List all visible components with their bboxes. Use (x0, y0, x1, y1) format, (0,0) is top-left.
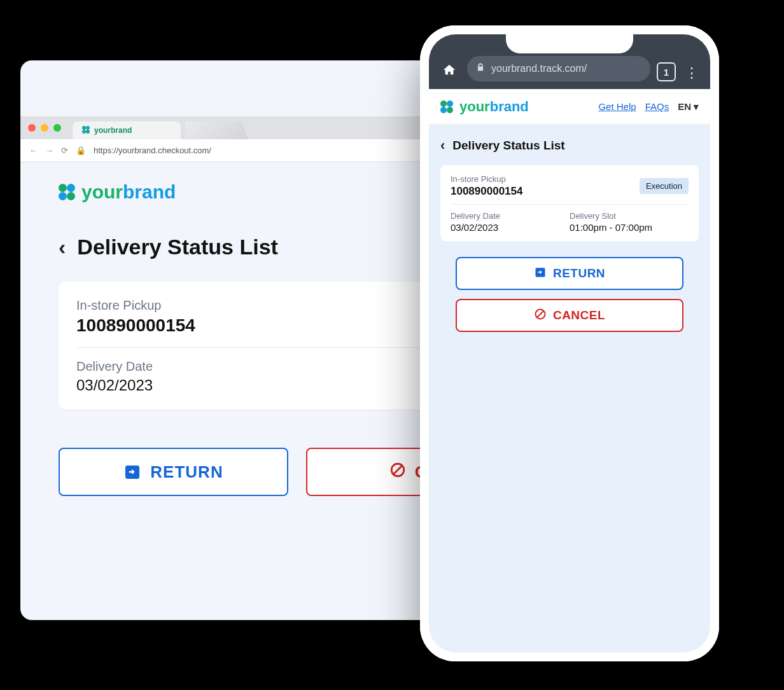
language-label: EN (678, 101, 691, 112)
brand-logo-mobile: yourbrand (440, 99, 529, 115)
cancel-icon (389, 462, 406, 483)
back-chevron-icon[interactable]: ‹ (440, 137, 445, 154)
browser-tab-label: yourbrand (94, 126, 132, 135)
phone-screen: yourbrand.track.com/ 1 ⋮ yourbrand Get H… (429, 34, 710, 652)
svg-point-2 (82, 130, 86, 134)
phone-frame: yourbrand.track.com/ 1 ⋮ yourbrand Get H… (420, 25, 719, 661)
cancel-button-label: CANCEL (553, 308, 605, 322)
status-badge: Execution (640, 178, 689, 194)
mobile-url-text: yourbrand.track.com/ (491, 63, 587, 74)
url-text[interactable]: https://yourbrand.checkout.com/ (94, 146, 211, 155)
pickup-label: In-store Pickup (76, 298, 195, 313)
back-chevron-icon[interactable]: ‹ (59, 235, 66, 259)
order-id: 100890000154 (451, 185, 522, 198)
delivery-date-value: 03/02/2023 (76, 376, 153, 394)
return-button[interactable]: RETURN (59, 448, 288, 496)
svg-line-6 (393, 466, 402, 474)
return-button[interactable]: RETURN (456, 257, 683, 290)
tab-count-button[interactable]: 1 (657, 62, 676, 81)
brand-brand: brand (123, 181, 176, 202)
chevron-down-icon: ▾ (694, 101, 699, 113)
get-help-link[interactable]: Get Help (598, 101, 636, 112)
brand-your: your (459, 99, 490, 114)
tab-favicon (81, 125, 90, 136)
delivery-slot-label: Delivery Slot (570, 211, 689, 221)
calendar-arrow-icon (534, 266, 547, 282)
delivery-date-label: Delivery Date (76, 359, 153, 374)
svg-point-3 (86, 130, 90, 134)
brand-your: your (81, 181, 123, 202)
faqs-link[interactable]: FAQs (645, 101, 669, 112)
language-selector[interactable]: EN ▾ (678, 101, 699, 113)
svg-line-9 (537, 311, 543, 317)
window-traffic-lights (28, 124, 67, 132)
delivery-slot-value: 01:00pm - 07:00pm (570, 222, 689, 233)
maximize-window-dot[interactable] (53, 124, 61, 132)
brand-brand: brand (490, 99, 529, 114)
mobile-url-pill[interactable]: yourbrand.track.com/ (467, 56, 650, 81)
cancel-button[interactable]: CANCEL (456, 299, 683, 332)
mobile-topbar: yourbrand Get Help FAQs EN ▾ (429, 89, 710, 125)
delivery-date-label: Delivery Date (451, 211, 570, 221)
phone-notch (506, 34, 633, 53)
svg-point-1 (86, 126, 90, 130)
nav-reload-icon[interactable]: ⟳ (61, 146, 68, 155)
mobile-action-buttons: RETURN CANCEL (440, 257, 699, 332)
page-title: Delivery Status List (452, 139, 564, 153)
home-icon[interactable] (438, 59, 461, 81)
nav-back-icon[interactable]: ← (29, 146, 38, 155)
lock-icon: 🔒 (76, 146, 86, 155)
delivery-date-value: 03/02/2023 (451, 222, 570, 233)
mobile-page: ‹ Delivery Status List In-store Pickup 1… (429, 125, 710, 345)
pickup-label: In-store Pickup (451, 174, 522, 184)
svg-point-0 (82, 126, 86, 130)
calendar-arrow-icon (123, 463, 141, 481)
cancel-icon (534, 308, 547, 324)
delivery-card: In-store Pickup 100890000154 Execution D… (440, 165, 699, 242)
kebab-menu-icon[interactable]: ⋮ (682, 65, 701, 81)
new-tab-shape (186, 121, 248, 139)
mobile-top-links: Get Help FAQs EN ▾ (598, 101, 699, 113)
lock-icon (476, 63, 485, 74)
nav-forward-icon[interactable]: → (45, 146, 53, 155)
close-window-dot[interactable] (28, 124, 36, 132)
return-button-label: RETURN (553, 266, 605, 280)
minimize-window-dot[interactable] (41, 124, 48, 132)
mobile-title-row: ‹ Delivery Status List (440, 137, 699, 154)
return-button-label: RETURN (150, 462, 223, 482)
page-title: Delivery Status List (77, 235, 278, 259)
order-id: 100890000154 (76, 315, 195, 336)
browser-tab[interactable]: yourbrand (73, 121, 181, 139)
